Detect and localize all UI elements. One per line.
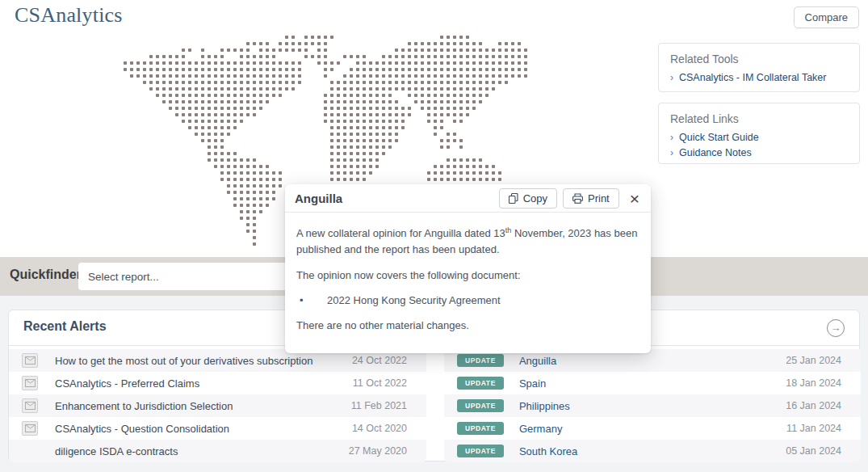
link-quick-start-guide[interactable]: › Quick Start Guide bbox=[670, 132, 848, 143]
map-dot bbox=[259, 165, 262, 168]
country-link[interactable]: Spain bbox=[519, 377, 546, 390]
alert-row[interactable]: UPDATE South Korea 05 Jan 2024 bbox=[444, 440, 861, 462]
alert-row[interactable]: CSAnalytics - Question Consolidation 14 … bbox=[9, 417, 426, 440]
map-dot bbox=[459, 74, 463, 78]
map-dot bbox=[233, 178, 237, 181]
map-dot bbox=[175, 113, 178, 116]
map-dot bbox=[401, 120, 405, 123]
map-dot bbox=[253, 61, 256, 65]
map-dot bbox=[343, 158, 346, 162]
modal-actions: Copy Print × bbox=[499, 188, 641, 209]
map-dot bbox=[259, 197, 262, 200]
map-dot bbox=[395, 68, 398, 71]
map-dot bbox=[395, 55, 398, 58]
alert-row[interactable]: UPDATE Spain 18 Jan 2024 bbox=[444, 372, 861, 394]
map-dot bbox=[240, 210, 243, 213]
map-dot bbox=[330, 171, 333, 175]
map-dot bbox=[401, 61, 405, 65]
map-dot bbox=[175, 55, 178, 58]
copy-button[interactable]: Copy bbox=[499, 188, 557, 209]
map-dot bbox=[246, 204, 249, 207]
alert-row[interactable]: UPDATE Germany 11 Jan 2024 bbox=[444, 417, 861, 440]
map-dot bbox=[356, 152, 359, 155]
map-dot bbox=[208, 145, 211, 149]
map-dot bbox=[136, 74, 140, 78]
quickfinder-label: Quickfinder bbox=[10, 268, 82, 282]
map-dot bbox=[427, 61, 430, 65]
alert-row[interactable]: UPDATE Philippines 16 Jan 2024 bbox=[444, 394, 861, 417]
map-dot bbox=[505, 61, 508, 65]
map-dot bbox=[408, 74, 411, 78]
map-dot bbox=[427, 74, 430, 78]
map-dot bbox=[175, 94, 178, 97]
print-button[interactable]: Print bbox=[563, 188, 619, 209]
map-dot bbox=[169, 68, 172, 71]
map-dot bbox=[240, 178, 243, 181]
country-link[interactable]: Germany bbox=[519, 423, 562, 435]
close-icon[interactable]: × bbox=[628, 190, 641, 207]
map-dot bbox=[330, 139, 333, 142]
map-dot bbox=[388, 87, 392, 91]
map-dot bbox=[279, 171, 282, 175]
alert-row[interactable]: diligence ISDA e-contracts 27 May 2020 bbox=[9, 440, 426, 462]
map-dot bbox=[447, 87, 450, 91]
map-dot bbox=[214, 100, 217, 103]
map-dot bbox=[214, 145, 217, 149]
link-im-collateral-taker[interactable]: › CSAnalytics - IM Collateral Taker bbox=[670, 72, 848, 83]
map-dot bbox=[356, 171, 359, 175]
map-dot bbox=[246, 191, 249, 194]
arrow-right-circle-icon[interactable]: → bbox=[827, 319, 845, 337]
map-dot bbox=[337, 152, 340, 155]
map-dot bbox=[233, 68, 237, 71]
map-dot bbox=[253, 178, 256, 181]
map-dot bbox=[227, 184, 230, 188]
compare-button[interactable]: Compare bbox=[794, 6, 859, 28]
map-dot bbox=[505, 74, 508, 78]
map-dot bbox=[324, 94, 327, 97]
map-dot bbox=[447, 36, 450, 39]
map-dot bbox=[266, 94, 269, 97]
map-dot bbox=[421, 42, 424, 45]
link-guidance-notes[interactable]: › Guidance Notes bbox=[670, 147, 848, 158]
map-dot bbox=[240, 191, 243, 194]
map-dot bbox=[505, 81, 508, 84]
country-link[interactable]: South Korea bbox=[519, 445, 577, 457]
map-dot bbox=[279, 42, 282, 45]
map-dot bbox=[363, 133, 366, 136]
alert-row[interactable]: Enhancement to Jurisdiction Selection 11… bbox=[9, 394, 426, 417]
map-dot bbox=[259, 184, 262, 188]
map-dot bbox=[324, 100, 327, 103]
map-dot bbox=[214, 87, 217, 91]
map-dot bbox=[363, 107, 366, 110]
map-dot bbox=[298, 61, 301, 65]
map-dot bbox=[182, 94, 185, 97]
map-dot bbox=[382, 74, 385, 78]
map-dot bbox=[447, 145, 450, 149]
map-dot bbox=[214, 113, 217, 116]
map-dot bbox=[350, 74, 353, 78]
map-dot bbox=[220, 87, 224, 91]
map-dot bbox=[130, 61, 133, 65]
country-link[interactable]: Philippines bbox=[519, 400, 570, 412]
map-dot bbox=[240, 107, 243, 110]
map-dot bbox=[459, 139, 463, 142]
map-dot bbox=[272, 178, 275, 181]
map-dot bbox=[472, 100, 476, 103]
map-dot bbox=[466, 87, 469, 91]
modal-bullet-item: • 2022 Hong Kong Security Agreement bbox=[296, 293, 639, 309]
map-dot bbox=[253, 236, 256, 239]
map-dot bbox=[408, 113, 411, 116]
map-dot bbox=[369, 87, 372, 91]
map-dot bbox=[511, 68, 514, 71]
map-dot bbox=[266, 61, 269, 65]
map-dot bbox=[149, 68, 153, 71]
alert-row[interactable]: CSAnalytics - Preferred Claims 11 Oct 20… bbox=[9, 372, 426, 394]
country-link[interactable]: Anguilla bbox=[519, 355, 556, 367]
map-dot bbox=[447, 171, 450, 175]
map-dot bbox=[220, 145, 224, 149]
map-dot bbox=[453, 68, 456, 71]
map-dot bbox=[246, 68, 249, 71]
map-dot bbox=[472, 61, 476, 65]
map-dot bbox=[253, 184, 256, 188]
map-dot bbox=[337, 171, 340, 175]
